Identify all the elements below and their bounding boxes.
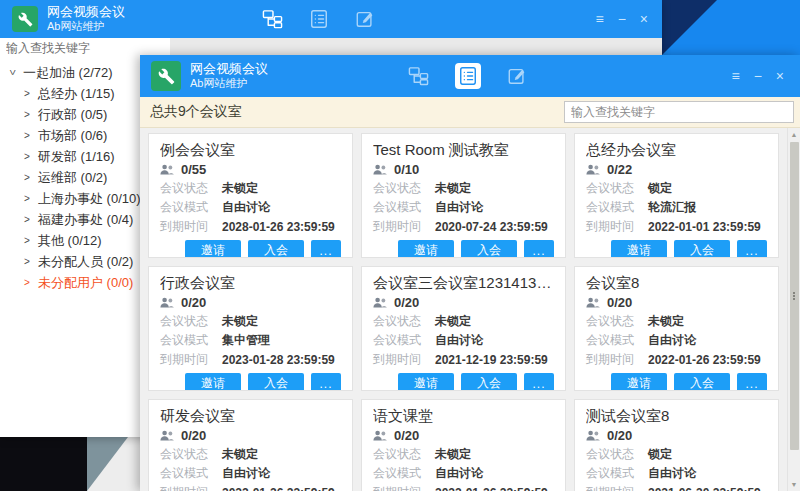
room-name: 总经办会议室: [586, 139, 767, 160]
join-button[interactable]: 入会: [461, 373, 517, 391]
join-button[interactable]: 入会: [674, 240, 730, 258]
desktop-wallpaper-top-right: [662, 0, 800, 55]
chevron-down-icon[interactable]: >: [7, 69, 18, 77]
invite-button[interactable]: 邀请: [398, 373, 454, 391]
scroll-down-icon[interactable]: ▼: [791, 478, 798, 491]
invite-button[interactable]: 邀请: [185, 373, 241, 391]
expire-label: 到期时间: [160, 218, 222, 235]
more-button[interactable]: ...: [737, 373, 767, 391]
menu-icon[interactable]: ≡: [731, 69, 739, 83]
edit-icon[interactable]: [355, 9, 375, 29]
meeting-list-icon[interactable]: [455, 63, 481, 89]
more-button[interactable]: ...: [311, 240, 341, 258]
room-name: 测试会议室8: [586, 405, 767, 426]
room-card: 例会会议室 0/55 会议状态 未锁定 会议模式 自由讨论 到期时间 2028-…: [148, 133, 353, 258]
participant-count: 0/22: [607, 162, 632, 177]
status-value: 未锁定: [648, 313, 684, 330]
menu-icon[interactable]: ≡: [595, 12, 603, 26]
app-subtitle: Ab网站维护: [47, 20, 125, 33]
status-value: 未锁定: [222, 313, 258, 330]
status-value: 未锁定: [222, 180, 258, 197]
status-label: 会议状态: [160, 180, 222, 197]
app-title: 网会视频会议: [47, 5, 125, 20]
room-card: 测试会议室8 0/20 会议状态 锁定 会议模式 自由讨论 到期时间 2021-…: [574, 399, 779, 491]
minimize-icon[interactable]: −: [754, 69, 762, 83]
chevron-right-icon[interactable]: >: [23, 130, 31, 141]
mode-value: 自由讨论: [648, 465, 696, 482]
room-card: 行政会议室 0/20 会议状态 未锁定 会议模式 集中管理 到期时间 2023-…: [148, 266, 353, 391]
people-icon: [160, 164, 174, 175]
scrollbar-thumb[interactable]: [790, 142, 799, 450]
join-button[interactable]: 入会: [248, 373, 304, 391]
chevron-right-icon[interactable]: >: [23, 193, 31, 204]
people-icon: [160, 297, 174, 308]
chevron-right-icon[interactable]: >: [23, 172, 31, 183]
more-button[interactable]: ...: [311, 373, 341, 391]
org-chart-icon[interactable]: [408, 66, 429, 86]
tree-item-label: 研发部 (1/16): [38, 148, 115, 166]
close-icon[interactable]: ×: [776, 69, 784, 83]
status-value: 锁定: [648, 446, 672, 463]
meeting-list-icon[interactable]: [309, 9, 329, 29]
status-label: 会议状态: [373, 446, 435, 463]
vertical-scrollbar[interactable]: ▲ ▼: [787, 128, 800, 491]
expire-value: 2022-01-26 23:59:59: [435, 486, 548, 491]
chevron-right-icon[interactable]: >: [23, 277, 31, 288]
people-icon: [373, 164, 387, 175]
participant-count: 0/20: [181, 295, 206, 310]
invite-button[interactable]: 邀请: [611, 240, 667, 258]
app-subtitle: Ab网站维护: [190, 77, 268, 90]
more-button[interactable]: ...: [524, 373, 554, 391]
join-button[interactable]: 入会: [461, 240, 517, 258]
mode-label: 会议模式: [373, 465, 435, 482]
edit-icon[interactable]: [507, 66, 527, 86]
room-name: 会议室三会议室123141324141三会...: [373, 272, 554, 293]
mode-value: 自由讨论: [435, 465, 483, 482]
chevron-right-icon[interactable]: >: [23, 256, 31, 267]
people-icon: [586, 430, 600, 441]
tree-item-label: 上海办事处 (0/10): [38, 190, 141, 208]
room-search-input[interactable]: [564, 101, 794, 123]
room-card: 研发会议室 0/20 会议状态 未锁定 会议模式 自由讨论 到期时间 2022-…: [148, 399, 353, 491]
wrench-icon: [158, 68, 175, 85]
expire-value: 2022-01-26 23:59:59: [222, 486, 335, 491]
people-icon: [586, 297, 600, 308]
tree-item-label: 福建办事处 (0/4): [38, 211, 133, 229]
chevron-right-icon[interactable]: >: [23, 109, 31, 120]
join-button[interactable]: 入会: [248, 240, 304, 258]
room-name: 研发会议室: [160, 405, 341, 426]
close-icon[interactable]: ×: [640, 12, 648, 26]
mode-value: 自由讨论: [222, 199, 270, 216]
scroll-up-icon[interactable]: ▲: [791, 128, 798, 141]
mode-label: 会议模式: [160, 465, 222, 482]
invite-button[interactable]: 邀请: [611, 373, 667, 391]
status-value: 锁定: [648, 180, 672, 197]
participant-count: 0/20: [394, 428, 419, 443]
tree-item-label: 市场部 (0/6): [38, 127, 107, 145]
expire-value: 2020-07-24 23:59:59: [435, 220, 548, 234]
status-label: 会议状态: [586, 313, 648, 330]
participant-count: 0/20: [394, 295, 419, 310]
app-logo: [12, 6, 38, 32]
mode-label: 会议模式: [586, 199, 648, 216]
status-label: 会议状态: [373, 313, 435, 330]
more-button[interactable]: ...: [524, 240, 554, 258]
chevron-right-icon[interactable]: >: [23, 88, 31, 99]
expire-label: 到期时间: [373, 351, 435, 368]
invite-button[interactable]: 邀请: [398, 240, 454, 258]
org-chart-icon[interactable]: [262, 9, 283, 29]
join-button[interactable]: 入会: [674, 373, 730, 391]
expire-label: 到期时间: [160, 484, 222, 491]
more-button[interactable]: ...: [737, 240, 767, 258]
chevron-right-icon[interactable]: >: [23, 151, 31, 162]
room-name: 语文课堂: [373, 405, 554, 426]
people-icon: [373, 297, 387, 308]
status-value: 未锁定: [435, 446, 471, 463]
tree-item-label: 其他 (0/12): [38, 232, 102, 250]
chevron-right-icon[interactable]: >: [23, 214, 31, 225]
minimize-icon[interactable]: −: [618, 12, 626, 26]
chevron-right-icon[interactable]: >: [23, 235, 31, 246]
mode-value: 集中管理: [222, 332, 270, 349]
expire-label: 到期时间: [586, 484, 648, 491]
invite-button[interactable]: 邀请: [185, 240, 241, 258]
